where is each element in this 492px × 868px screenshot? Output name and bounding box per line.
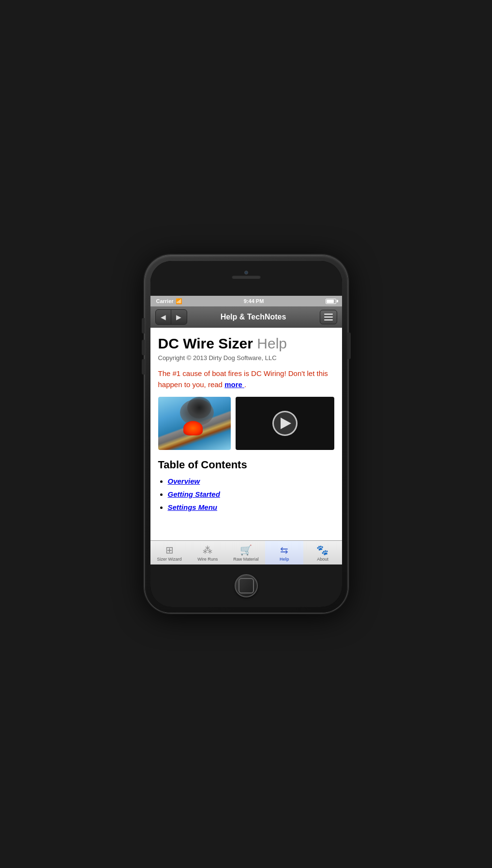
camera	[244, 271, 248, 275]
toc-link-settings-menu[interactable]: Settings Menu	[168, 503, 218, 511]
home-button-inner	[239, 578, 254, 593]
phone-frame: Carrier 📶 9:44 PM ◀ ▶ Help & TechNotes	[145, 255, 348, 613]
warning-paragraph: The #1 cause of boat fires is DC Wiring!…	[158, 368, 334, 390]
media-row	[158, 397, 334, 450]
battery-fill	[327, 300, 334, 303]
hamburger-line-1	[324, 314, 333, 315]
hamburger-line-2	[324, 317, 333, 318]
status-bar: Carrier 📶 9:44 PM	[150, 296, 342, 306]
smoke-2	[187, 397, 211, 419]
wire-runs-label: Wire Runs	[197, 557, 218, 562]
help-icon: ⇆	[280, 544, 288, 556]
more-link-text: more	[224, 380, 242, 389]
raw-material-icon: 🛒	[240, 544, 252, 556]
toc-link-overview[interactable]: Overview	[168, 477, 200, 485]
sizer-wizard-icon: ⊞	[165, 544, 174, 556]
page-heading: DC Wire Sizer Help	[158, 335, 334, 351]
raw-material-label: Raw Material	[233, 557, 259, 562]
top-bezel	[150, 261, 342, 296]
video-thumbnail[interactable]	[236, 397, 334, 450]
forward-button[interactable]: ▶	[171, 310, 187, 324]
title-main: DC Wire Sizer	[158, 335, 253, 351]
copyright-text: Copyright © 2013 Dirty Dog Software, LLC	[158, 354, 334, 362]
tab-raw-material[interactable]: 🛒 Raw Material	[227, 541, 265, 564]
nav-arrows: ◀ ▶	[155, 309, 187, 325]
speaker	[232, 275, 261, 279]
menu-button[interactable]	[320, 310, 337, 324]
carrier-label: Carrier 📶	[156, 298, 182, 304]
bottom-bezel	[150, 564, 342, 607]
main-content: DC Wire Sizer Help Copyright © 2013 Dirt…	[150, 328, 342, 540]
play-button[interactable]	[272, 411, 298, 436]
about-icon: 🐾	[316, 544, 328, 556]
tab-wire-runs[interactable]: ⁂ Wire Runs	[189, 541, 227, 564]
toc-link-getting-started[interactable]: Getting Started	[168, 490, 220, 498]
wire-runs-icon: ⁂	[203, 544, 212, 556]
wifi-icon: 📶	[176, 298, 182, 304]
hamburger-line-3	[324, 319, 333, 320]
nav-title: Help & TechNotes	[191, 313, 316, 321]
tab-sizer-wizard[interactable]: ⊞ Sizer Wizard	[150, 541, 189, 564]
screen: Carrier 📶 9:44 PM ◀ ▶ Help & TechNotes	[150, 296, 342, 564]
boat-fire-image	[158, 397, 231, 450]
more-link[interactable]: more	[224, 380, 244, 389]
phone-inner: Carrier 📶 9:44 PM ◀ ▶ Help & TechNotes	[150, 261, 342, 607]
sizer-wizard-label: Sizer Wizard	[157, 557, 182, 562]
about-label: About	[317, 557, 328, 562]
title-help-word: Help	[257, 335, 287, 351]
play-icon	[281, 418, 291, 429]
toc-item-settings-menu: Settings Menu	[168, 503, 334, 511]
toc-item-overview: Overview	[168, 477, 334, 485]
status-time: 9:44 PM	[244, 298, 264, 304]
toc-item-getting-started: Getting Started	[168, 490, 334, 498]
nav-bar: ◀ ▶ Help & TechNotes	[150, 306, 342, 328]
home-button[interactable]	[235, 574, 258, 597]
carrier-text: Carrier	[156, 298, 174, 304]
back-button[interactable]: ◀	[156, 310, 171, 324]
tab-help[interactable]: ⇆ Help	[265, 541, 303, 564]
help-label: Help	[280, 557, 289, 562]
tab-bar: ⊞ Sizer Wizard ⁂ Wire Runs 🛒 Raw Materia…	[150, 540, 342, 564]
toc-heading: Table of Contents	[158, 459, 334, 471]
toc-list: Overview Getting Started Settings Menu	[158, 477, 334, 511]
flame	[183, 421, 203, 435]
battery-indicator	[326, 299, 336, 304]
tab-about[interactable]: 🐾 About	[303, 541, 342, 564]
